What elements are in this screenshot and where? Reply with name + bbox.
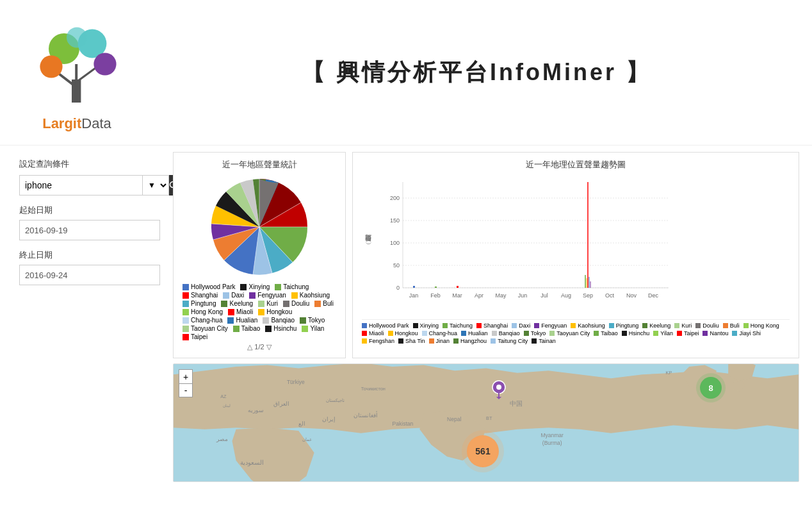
svg-text:Nov: Nov [626,292,637,299]
legend-item: Hong Kong [743,322,779,329]
svg-text:0: 0 [396,285,400,291]
line-legend: Hollywood Park Xinying Taichung Shanghai… [362,319,790,344]
legend-item: Hong Kong [183,308,223,315]
legend-item: Kaohsiung [291,292,330,299]
svg-text:Pakistan: Pakistan [393,420,414,427]
svg-text:AZ: AZ [220,394,227,399]
search-input[interactable] [19,175,143,196]
page-title: 【 興情分析平台InfoMiner 】 [166,57,786,88]
legend-item: Miaoli [362,330,384,337]
svg-text:Точикистон: Точикистон [361,386,386,392]
svg-text:عمان: عمان [302,437,312,442]
legend-item: Taichung [275,283,309,290]
legend-item: Hongkou [258,308,292,315]
svg-text:200: 200 [390,195,400,201]
legend-item: Sha Tin [398,338,425,344]
pie-chart-svg [208,176,311,278]
line-chart-svg: 0 50 100 150 200 Jan Feb Mar Apr May Jun… [377,176,672,317]
legend-item: Fengyuan [249,292,286,299]
legend-item: Kuri [674,322,692,329]
svg-point-6 [40,55,62,78]
svg-text:لبنان: لبنان [223,403,231,408]
legend-item: Tainan [532,338,556,344]
left-panel: 設定查詢條件 ▼ 起始日期 終止日期 [13,152,166,482]
charts-area: 近一年地區聲量統計 [173,152,799,482]
svg-text:May: May [495,292,507,299]
search-dropdown[interactable]: ▼ [143,175,169,196]
legend-item: Hualian [227,317,257,324]
svg-text:سوریه: سوریه [248,407,264,414]
svg-text:150: 150 [390,217,400,224]
svg-text:السعودية: السعودية [240,459,264,467]
svg-text:أفغانستان: أفغانستان [353,411,378,419]
start-date-input[interactable] [19,220,160,240]
header: LargitData 【 興情分析平台InfoMiner 】 [0,0,812,146]
legend-item: Hollywood Park [183,283,235,290]
legend-item: Xinying [240,283,270,290]
svg-point-8 [67,27,87,47]
legend-item: Hangzhou [453,338,487,344]
y-axis-label: 聲量（則） [362,176,375,317]
legend-item: Miaoli [228,308,253,315]
legend-item: Banqiao [492,330,520,337]
svg-marker-77 [496,397,501,399]
legend-item: Fengshan [362,338,394,344]
start-date-label: 起始日期 [19,204,160,216]
svg-text:Apr: Apr [475,292,483,299]
end-date-input[interactable] [19,265,160,285]
legend-item: Hollywood Park [362,322,409,329]
zoom-out-button[interactable]: - [179,383,193,397]
svg-point-7 [93,53,116,75]
legend-item: Buli [723,322,740,329]
legend-item: Kuri [258,300,278,307]
line-chart-panel: 近一年地理位置聲量趨勢圖 聲量（則） [352,152,799,358]
legend-item: Taitung City [491,338,528,344]
legend-item: Jinan [429,338,450,344]
svg-text:(Burma): (Burma) [542,440,562,446]
legend-item: Kaohsiung [571,322,605,329]
legend-page[interactable]: △ 1/2 ▽ [183,343,336,351]
legend-item: Chang-hua [183,317,222,324]
svg-rect-50 [435,287,437,288]
pie-chart-title: 近一年地區聲量統計 [183,159,336,171]
svg-text:الع: الع [298,420,305,428]
legend-item: Taipei [183,333,207,340]
legend-item: Fengyuan [534,322,567,329]
map-cluster-561[interactable]: 561 [467,435,499,467]
legend-item: Daxi [223,292,244,299]
zoom-in-button[interactable]: + [179,369,193,383]
logo-text: LargitData [42,115,111,132]
legend-item: Jiayi Shi [732,330,761,337]
svg-text:Feb: Feb [430,292,441,299]
legend-item: Banqiao [263,317,295,324]
charts-row: 近一年地區聲量統計 [173,152,799,358]
legend-item: Shanghai [476,322,508,329]
svg-text:Türkiye: Türkiye [287,379,305,385]
legend-item: Hsinchu [622,330,650,337]
legend-item: Pingtung [609,322,639,329]
legend-item: Hongkou [388,330,418,337]
legend-item: Keelung [642,322,670,329]
main-content: 設定查詢條件 ▼ 起始日期 終止日期 近一年地區聲量統計 [0,146,812,488]
svg-text:العراق: العراق [273,401,289,408]
svg-text:Nepal: Nepal [447,416,461,422]
svg-text:Oct: Oct [605,292,615,299]
zoom-controls: + - [179,369,193,397]
legend-item: Taibao [594,330,618,337]
legend-item: Pingtung [183,300,216,307]
legend-item: Taoyuan City [549,330,590,337]
svg-text:Jul: Jul [540,292,548,299]
legend-item: Douliu [695,322,719,329]
legend-item: Taoyuan City [183,325,228,332]
legend-item: Tokyo [524,330,546,337]
svg-text:50: 50 [393,262,400,269]
svg-text:Jan: Jan [409,292,419,299]
map-container: السعودية مصر الع إيران أفغانستان Pakista… [173,363,799,482]
legend-item: Keelung [221,300,253,307]
legend-item: Chang-hua [422,330,458,337]
svg-text:Aug: Aug [561,292,571,299]
legend-item: Hsinchu [265,325,296,332]
legend-item: Taibao [233,325,260,332]
search-label: 設定查詢條件 [19,158,160,170]
map-cluster-8[interactable]: 8 [700,377,722,399]
